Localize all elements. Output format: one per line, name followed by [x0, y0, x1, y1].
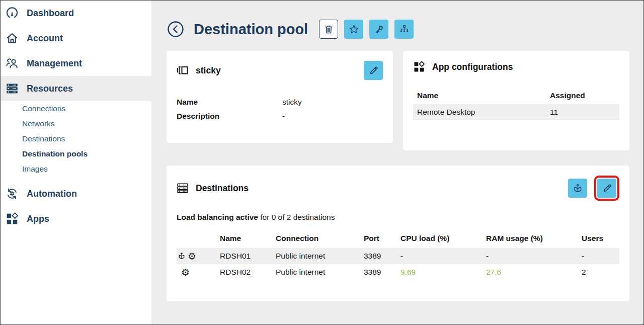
- home-icon: [6, 32, 19, 45]
- apps-grid-icon: [6, 212, 19, 225]
- table-row: ⚙ RDSH02 Public internet 3389 9.69 27.6 …: [177, 264, 619, 280]
- cell-ram: 27.6: [486, 268, 582, 277]
- sub-item-label: Networks: [22, 119, 55, 128]
- sidebar-item-resources[interactable]: Resources: [1, 76, 151, 101]
- field-value: -: [282, 112, 285, 121]
- sitemap-icon: [399, 24, 410, 35]
- sidebar-item-label: Dashboard: [27, 8, 74, 19]
- favorite-button[interactable]: [344, 20, 363, 39]
- sidebar-item-label: Account: [27, 33, 63, 44]
- cell-name: RDSH02: [220, 268, 276, 277]
- pencil-icon: [602, 183, 612, 194]
- apps-grid-icon: [413, 61, 425, 73]
- column-header-name: Name: [220, 234, 276, 243]
- pool-icon: [177, 64, 189, 76]
- field-description: Description -: [177, 109, 383, 123]
- unbox-icon: [178, 252, 186, 260]
- cell-name: Remote Desktop: [417, 108, 550, 117]
- pool-card-title: sticky: [196, 65, 221, 76]
- load-balancing-status: Load balancing active for 0 of 2 destina…: [177, 213, 619, 222]
- pool-fields: Name sticky Description -: [177, 95, 383, 123]
- gauge-icon: [6, 7, 19, 20]
- column-header-connection: Connection: [276, 234, 364, 243]
- cell-ram: -: [486, 252, 582, 261]
- unbox-icon: [573, 183, 583, 194]
- cell-port: 3389: [364, 268, 400, 277]
- sidebar-item-dashboard[interactable]: Dashboard: [1, 1, 151, 26]
- destinations-table: Name Connection Port CPU load (%) RAM us…: [177, 229, 619, 280]
- edit-pool-button[interactable]: [364, 61, 383, 80]
- field-label: Description: [177, 112, 282, 121]
- highlight-ring: [594, 176, 619, 201]
- delete-button[interactable]: [319, 20, 338, 39]
- load-balancing-detail: for 0 of 2 destinations: [258, 213, 335, 221]
- load-balancing-label: Load balancing active: [177, 213, 258, 221]
- field-name: Name sticky: [177, 95, 383, 109]
- main-content: Destination pool: [151, 1, 644, 324]
- resources-subnav: Connections Networks Destinations Destin…: [1, 101, 151, 177]
- star-icon: [349, 24, 359, 35]
- sidebar-item-management[interactable]: Management: [1, 51, 151, 76]
- sidebar-item-apps[interactable]: Apps: [1, 206, 151, 231]
- sitemap-button[interactable]: [394, 20, 414, 39]
- gear-icon[interactable]: ⚙: [181, 268, 190, 277]
- table-header-row: Name Connection Port CPU load (%) RAM us…: [177, 229, 619, 248]
- sidebar-item-label: Automation: [27, 189, 77, 199]
- sidebar-item-destinations[interactable]: Destinations: [1, 131, 151, 146]
- column-header-ram: RAM usage (%): [486, 234, 582, 243]
- table-row[interactable]: Remote Desktop 11: [413, 104, 619, 120]
- destinations-header: Destinations: [177, 176, 619, 201]
- chevron-left-circle-icon: [167, 20, 185, 38]
- destinations-title: Destinations: [196, 183, 249, 194]
- header-actions: [319, 20, 414, 39]
- cards-row: sticky Name sticky Descr: [167, 51, 629, 150]
- sub-item-label: Connections: [22, 104, 65, 113]
- gear-icon[interactable]: ⚙: [188, 252, 196, 261]
- page-header: Destination pool: [167, 20, 629, 39]
- sidebar-item-networks[interactable]: Networks: [1, 116, 151, 131]
- sub-item-label: Destination pools: [22, 149, 88, 158]
- back-button[interactable]: [167, 20, 185, 38]
- pencil-icon: [368, 65, 379, 76]
- sidebar: Dashboard Account Management: [1, 1, 151, 324]
- sidebar-item-images[interactable]: Images: [1, 161, 151, 177]
- sync-gear-icon: [6, 187, 19, 200]
- servers-icon: [6, 82, 19, 95]
- sidebar-item-account[interactable]: Account: [1, 26, 151, 51]
- app-window: Dashboard Account Management: [0, 0, 644, 325]
- cell-users: -: [582, 252, 619, 261]
- sidebar-item-connections[interactable]: Connections: [1, 101, 151, 116]
- pool-details-card: sticky Name sticky Descr: [167, 51, 393, 143]
- cell-cpu: 9.69: [400, 268, 486, 277]
- page-title: Destination pool: [194, 21, 308, 38]
- sidebar-item-label: Management: [27, 58, 82, 69]
- app-configurations-title: App configurations: [432, 62, 513, 72]
- sidebar-item-destination-pools[interactable]: Destination pools: [1, 146, 151, 161]
- cell-users: 2: [582, 268, 619, 277]
- cell-connection: Public internet: [276, 268, 364, 277]
- field-label: Name: [177, 98, 282, 107]
- column-header-port: Port: [364, 234, 400, 243]
- cell-name: RDSH01: [220, 252, 276, 261]
- sidebar-item-automation[interactable]: Automation: [1, 181, 151, 206]
- credentials-button[interactable]: [369, 20, 388, 39]
- cell-cpu: -: [400, 252, 486, 261]
- app-configurations-table: Name Assigned Remote Desktop 11: [413, 87, 619, 120]
- key-icon: [374, 24, 384, 35]
- app-configurations-card: App configurations Name Assigned Remote …: [403, 51, 629, 150]
- unbox-button[interactable]: [568, 179, 587, 198]
- table-header-row: Name Assigned: [413, 87, 619, 104]
- sub-item-label: Images: [22, 165, 48, 174]
- cell-port: 3389: [364, 252, 400, 261]
- destinations-card: Destinations Lo: [167, 166, 629, 301]
- table-row: ⚙ RDSH01 Public internet 3389 - - -: [177, 248, 619, 264]
- field-value: sticky: [282, 98, 302, 107]
- cell-assigned: 11: [550, 108, 615, 117]
- servers-outline-icon: [177, 182, 189, 194]
- column-header-cpu: CPU load (%): [400, 234, 486, 243]
- column-header-users: Users: [582, 234, 619, 243]
- column-header-name: Name: [417, 91, 550, 100]
- users-icon: [6, 57, 19, 70]
- edit-destinations-button[interactable]: [597, 179, 616, 198]
- sidebar-item-label: Resources: [27, 84, 73, 94]
